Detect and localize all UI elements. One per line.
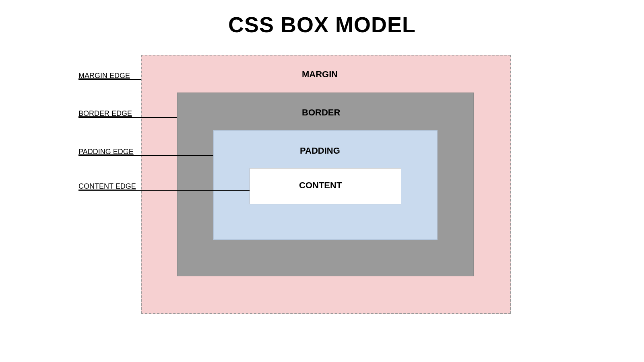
margin-edge-label: MARGIN EDGE	[78, 72, 130, 80]
margin-connector	[78, 79, 141, 80]
content-label: CONTENT	[299, 180, 342, 191]
border-edge-label: BORDER EDGE	[78, 109, 132, 118]
diagram-stage: CSS BOX MODEL MARGIN BORDER PADDING CONT…	[0, 0, 644, 362]
border-label: BORDER	[302, 107, 340, 118]
padding-label: PADDING	[300, 146, 340, 156]
content-connector	[78, 190, 250, 191]
padding-edge-label: PADDING EDGE	[78, 148, 134, 156]
margin-label: MARGIN	[302, 69, 338, 80]
diagram-title: CSS BOX MODEL	[0, 12, 644, 37]
padding-connector	[78, 155, 213, 156]
content-edge-label: CONTENT EDGE	[78, 182, 136, 191]
border-connector	[78, 117, 177, 118]
